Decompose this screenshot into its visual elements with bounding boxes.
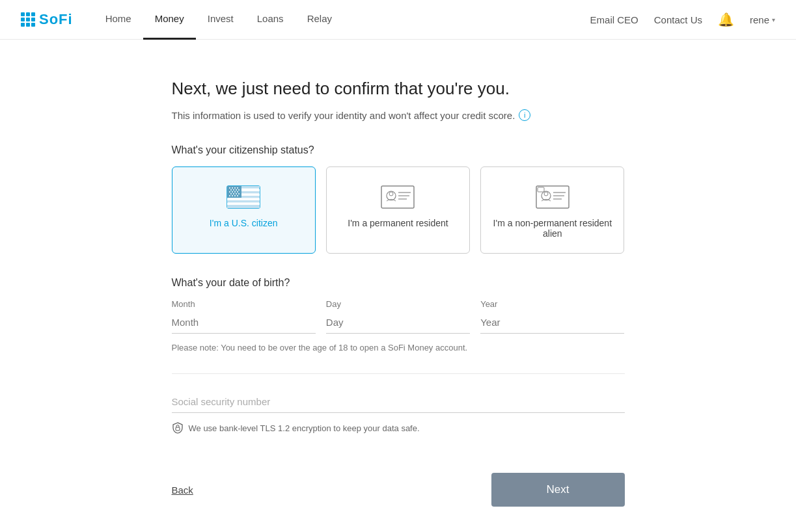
page-subtitle: This information is used to verify your … xyxy=(172,109,625,121)
dob-label: What's your date of birth? xyxy=(172,277,625,289)
svg-point-18 xyxy=(238,189,240,191)
svg-point-12 xyxy=(232,187,233,189)
svg-rect-8 xyxy=(227,203,260,206)
navbar: SoFi Home Money Invest Loans Relay Email… xyxy=(0,0,796,40)
svg-point-27 xyxy=(229,195,230,196)
dob-note: Please note: You need to be over the age… xyxy=(172,343,625,352)
contact-us-link[interactable]: Contact Us xyxy=(654,14,702,25)
month-input[interactable] xyxy=(172,313,316,334)
email-ceo-link[interactable]: Email CEO xyxy=(590,14,638,25)
svg-point-11 xyxy=(229,187,230,189)
svg-rect-44 xyxy=(176,427,180,431)
user-menu[interactable]: rene ▾ xyxy=(750,14,775,25)
svg-point-25 xyxy=(236,193,237,194)
logo-text: SoFi xyxy=(39,11,73,28)
svg-point-15 xyxy=(230,189,232,191)
svg-point-23 xyxy=(230,193,232,194)
chevron-down-icon: ▾ xyxy=(772,16,775,23)
svg-point-21 xyxy=(234,191,236,193)
svg-point-33 xyxy=(389,192,393,196)
svg-point-20 xyxy=(232,191,233,193)
svg-point-13 xyxy=(234,187,236,189)
nav-links: Home Money Invest Loans Relay xyxy=(94,0,590,40)
svg-rect-6 xyxy=(227,198,260,201)
citizenship-non-permanent-resident[interactable]: I'm a non-permanent resident alien xyxy=(480,166,624,254)
ssn-input[interactable] xyxy=(172,392,625,413)
year-input[interactable] xyxy=(480,313,624,334)
encryption-note: We use bank-level TLS 1.2 encryption to … xyxy=(172,422,625,434)
day-field: Day xyxy=(326,299,470,334)
nav-right: Email CEO Contact Us 🔔 rene ▾ xyxy=(590,12,775,27)
encryption-text: We use bank-level TLS 1.2 encryption to … xyxy=(189,423,420,433)
month-label: Month xyxy=(172,299,316,309)
dob-section: What's your date of birth? Month Day Yea… xyxy=(172,277,625,352)
svg-point-14 xyxy=(237,187,238,189)
month-field: Month xyxy=(172,299,316,334)
id-card-icon xyxy=(381,185,415,209)
svg-rect-31 xyxy=(381,186,414,208)
svg-point-24 xyxy=(233,193,234,194)
actions: Back Next xyxy=(172,473,625,507)
next-button[interactable]: Next xyxy=(491,473,625,507)
svg-point-29 xyxy=(234,195,236,196)
svg-point-39 xyxy=(544,192,548,196)
svg-point-26 xyxy=(238,193,240,194)
svg-point-19 xyxy=(229,191,230,193)
permanent-resident-label: I'm a permanent resident xyxy=(348,218,448,228)
nav-invest[interactable]: Invest xyxy=(196,0,245,40)
main-content: Next, we just need to confirm that you'r… xyxy=(151,40,646,532)
nav-relay[interactable]: Relay xyxy=(295,0,344,40)
citizenship-label: What's your citizenship status? xyxy=(172,144,625,156)
nav-money[interactable]: Money xyxy=(143,0,196,40)
page-title: Next, we just need to confirm that you'r… xyxy=(172,79,625,99)
svg-rect-37 xyxy=(536,186,569,208)
dob-fields: Month Day Year xyxy=(172,299,625,334)
svg-point-22 xyxy=(237,191,238,193)
day-input[interactable] xyxy=(326,313,470,334)
svg-rect-9 xyxy=(227,205,260,208)
svg-point-16 xyxy=(233,189,234,191)
us-citizen-label: I'm a U.S. citizen xyxy=(210,218,278,228)
year-field: Year xyxy=(480,299,624,334)
citizenship-options: I'm a U.S. citizen I'm a permanent resid… xyxy=(172,166,625,254)
day-label: Day xyxy=(326,299,470,309)
citizenship-us-citizen[interactable]: I'm a U.S. citizen xyxy=(172,166,316,254)
svg-point-30 xyxy=(237,195,238,196)
svg-point-17 xyxy=(236,189,237,191)
svg-rect-7 xyxy=(227,200,260,203)
lock-shield-icon xyxy=(172,422,184,434)
nav-loans[interactable]: Loans xyxy=(245,0,295,40)
id-card-alien-icon xyxy=(536,185,570,209)
non-permanent-resident-label: I'm a non-permanent resident alien xyxy=(491,218,613,239)
ssn-section: We use bank-level TLS 1.2 encryption to … xyxy=(172,373,625,434)
divider xyxy=(172,373,625,374)
info-icon[interactable]: i xyxy=(519,109,530,121)
nav-home[interactable]: Home xyxy=(94,0,143,40)
citizenship-permanent-resident[interactable]: I'm a permanent resident xyxy=(326,166,470,254)
logo-icon xyxy=(21,12,35,27)
year-label: Year xyxy=(480,299,624,309)
notification-bell-icon[interactable]: 🔔 xyxy=(718,12,734,27)
user-name: rene xyxy=(750,14,769,25)
svg-point-28 xyxy=(232,195,233,196)
us-flag-icon xyxy=(226,185,260,209)
logo[interactable]: SoFi xyxy=(21,11,73,28)
svg-rect-43 xyxy=(538,187,544,192)
back-button[interactable]: Back xyxy=(172,485,193,496)
